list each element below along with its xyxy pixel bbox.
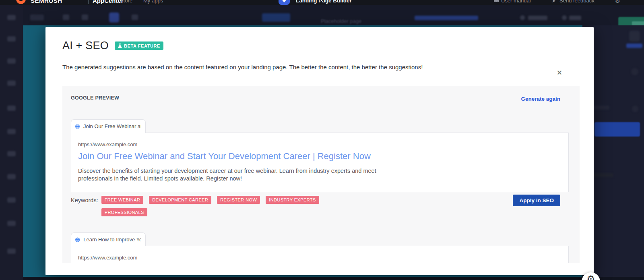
book-icon xyxy=(493,0,499,3)
user-manual-link[interactable]: User manual xyxy=(501,0,531,5)
google-preview-section: GOOGLE PREVIEW Generate again Join Our F… xyxy=(62,86,580,263)
pages-dropdown-blurred[interactable] xyxy=(262,13,290,22)
sidebar-funnel-icon[interactable] xyxy=(7,58,16,64)
semrush-logo-icon xyxy=(16,0,26,4)
globe-icon xyxy=(75,237,80,243)
serp-tab-title: Learn How to Improve Your L... xyxy=(83,236,141,243)
app-root: Placeholder page SEMRUSH | AppC xyxy=(0,0,644,280)
beta-feature-badge: BETA FEATURE xyxy=(115,41,163,50)
flask-icon xyxy=(118,44,122,48)
sidebar-item-icon[interactable] xyxy=(7,36,16,41)
sidebar-item-icon[interactable] xyxy=(7,221,16,226)
sidebar-item-icon[interactable] xyxy=(7,174,16,179)
panel-primary-button-blurred[interactable] xyxy=(594,122,640,137)
panel-link-blurred[interactable] xyxy=(626,44,642,48)
keyword-chip: REGISTER NOW xyxy=(217,196,260,204)
panel-icon-blurred xyxy=(631,68,638,75)
keyword-chip: PROFESSIONALS xyxy=(101,208,147,216)
nav-store[interactable]: Store xyxy=(120,0,132,5)
brand-divider: | xyxy=(88,0,89,5)
serp-title-link: Join Our Free Webinar and Start Your Dev… xyxy=(78,151,568,162)
editor-toolbar: Placeholder page xyxy=(23,5,644,25)
page-name-label: Placeholder page xyxy=(321,18,361,24)
serp-url: https://www.example.com xyxy=(78,255,568,261)
brand-suite-name: AppCenter xyxy=(93,0,124,5)
serp-preview: https://www.example.com Join Our Free We… xyxy=(71,133,569,192)
help-icon xyxy=(562,15,567,20)
modal-title: AI + SEO xyxy=(62,39,109,52)
serp-url: https://www.example.com xyxy=(78,141,568,147)
app-title: Landing Page Builder xyxy=(296,0,352,5)
toolbar-control-blurred[interactable] xyxy=(132,15,138,20)
sidebar-item-icon[interactable] xyxy=(7,129,16,134)
apply-in-seo-button[interactable]: Apply in SEO xyxy=(513,195,560,206)
keywords-row: Keywords: FREE WEBINAR DEVELOPMENT CAREE… xyxy=(71,196,343,216)
beta-feature-label: BETA FEATURE xyxy=(124,44,160,48)
preview-button-blurred[interactable] xyxy=(528,16,547,20)
keyword-chip: FREE WEBINAR xyxy=(101,196,144,204)
toolbar-control-blurred[interactable] xyxy=(30,15,44,21)
globe-icon xyxy=(75,124,80,129)
keyword-chips: FREE WEBINAR DEVELOPMENT CAREER REGISTER… xyxy=(101,196,343,216)
bottom-bar xyxy=(23,277,644,280)
help-button-blurred[interactable] xyxy=(569,16,581,20)
sidebar-item-icon[interactable] xyxy=(7,151,16,156)
undo-icon[interactable] xyxy=(63,15,69,20)
serp-tab-title: Join Our Free Webinar and St... xyxy=(83,123,141,129)
nav-my-apps[interactable]: My apps xyxy=(143,0,163,5)
keyword-chip: INDUSTRY EXPERTS xyxy=(266,196,319,204)
panel-icon-button[interactable] xyxy=(629,31,640,41)
generate-again-link[interactable]: Generate again xyxy=(521,96,560,102)
serp-tab: Learn How to Improve Your L... xyxy=(71,232,146,246)
send-feedback-link[interactable]: Send feedback xyxy=(559,0,594,5)
brand-name: SEMRUSH xyxy=(31,0,62,5)
google-preview-label: GOOGLE PREVIEW xyxy=(71,95,119,101)
panel-icon-blurred xyxy=(632,106,638,112)
keyword-chip: DEVELOPMENT CAREER xyxy=(149,196,211,204)
sidebar-menu-icon[interactable] xyxy=(7,15,16,20)
modal-description: The generated suggestions are based on t… xyxy=(62,64,423,71)
sidebar-item-icon[interactable] xyxy=(7,106,16,111)
serp-preview: https://www.example.com xyxy=(71,246,569,263)
sidebar-item-icon[interactable] xyxy=(7,249,16,254)
sidebar-item-icon[interactable] xyxy=(7,81,16,86)
keywords-label: Keywords: xyxy=(71,197,98,203)
landing-page-builder-icon xyxy=(279,0,290,5)
redo-icon[interactable] xyxy=(82,15,88,20)
serp-description: Discover the benefits of starting your d… xyxy=(78,167,392,183)
toolbar-blue-tool-button[interactable] xyxy=(109,12,119,23)
left-sidebar xyxy=(0,5,23,280)
send-icon: ➤ xyxy=(552,0,556,5)
sidebar-item-icon[interactable] xyxy=(7,197,16,203)
serp-tab: Join Our Free Webinar and St... xyxy=(71,119,146,133)
gear-icon: ⚙ xyxy=(586,274,595,280)
settings-gear-icon[interactable]: ⚙ xyxy=(615,0,620,5)
close-icon[interactable]: ✕ xyxy=(555,68,564,78)
toolbar-link-blurred[interactable] xyxy=(415,16,478,20)
top-app-bar: SEMRUSH | AppCenter Store My apps Landin… xyxy=(0,0,644,5)
ai-seo-modal: ✕ AI + SEO BETA FEATURE The generated su… xyxy=(45,27,594,275)
preview-icon xyxy=(520,15,525,20)
